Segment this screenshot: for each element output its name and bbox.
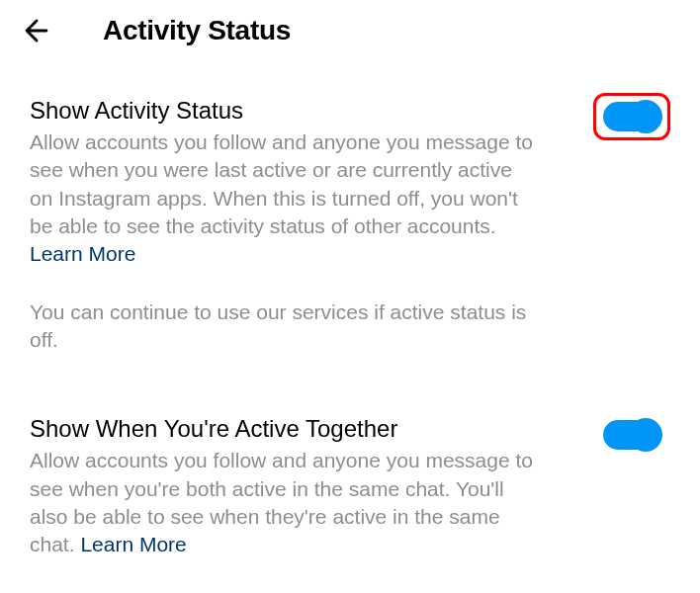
- toggle-highlight-box: [601, 101, 662, 132]
- secondary-note: You can continue to use our services if …: [30, 298, 534, 355]
- setting-description: Allow accounts you follow and anyone you…: [30, 128, 534, 269]
- learn-more-link[interactable]: Learn More: [30, 242, 135, 265]
- arrow-left-icon: [20, 14, 53, 47]
- setting-title: Show When You're Active Together: [30, 415, 534, 443]
- toggle-thumb: [629, 100, 662, 133]
- setting-text-block: Show When You're Active Together Allow a…: [30, 415, 534, 558]
- active-together-toggle[interactable]: [601, 419, 662, 451]
- learn-more-link[interactable]: Learn More: [80, 533, 186, 555]
- setting-description-text: Allow accounts you follow and anyone you…: [30, 130, 533, 237]
- setting-show-activity-status: Show Activity Status Allow accounts you …: [30, 97, 670, 405]
- toggle-thumb: [629, 418, 662, 452]
- content-area: Show Activity Status Allow accounts you …: [0, 77, 700, 559]
- setting-title: Show Activity Status: [30, 97, 534, 125]
- back-button[interactable]: [20, 14, 53, 47]
- header-bar: Activity Status: [0, 0, 700, 77]
- toggle-container: [601, 419, 662, 451]
- setting-description: Allow accounts you follow and anyone you…: [30, 447, 534, 558]
- setting-text-block: Show Activity Status Allow accounts you …: [30, 97, 534, 405]
- activity-status-toggle[interactable]: [601, 101, 662, 132]
- page-title: Activity Status: [103, 15, 291, 46]
- setting-active-together: Show When You're Active Together Allow a…: [30, 415, 670, 558]
